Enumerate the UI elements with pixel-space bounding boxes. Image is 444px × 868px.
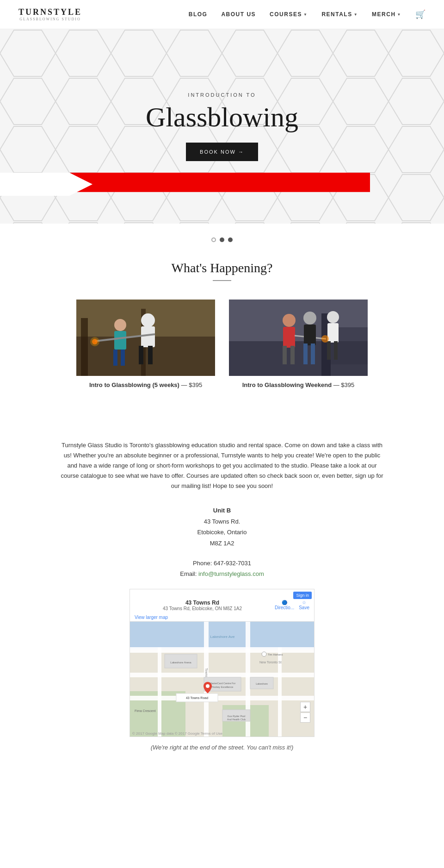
nav-courses[interactable]: COURSES ▼ (270, 11, 308, 18)
svg-point-37 (321, 335, 329, 343)
slider-dot-1[interactable] (211, 237, 216, 242)
svg-point-19 (90, 337, 99, 346)
map-container[interactable]: 43 Towns Rd 43 Towns Rd, Etobicoke, ON M… (130, 589, 314, 737)
svg-rect-34 (327, 323, 339, 343)
svg-text:Lakeshore Arena: Lakeshore Arena (170, 661, 191, 664)
svg-text:Hockey Excellence: Hockey Excellence (212, 686, 233, 688)
section-divider (213, 280, 231, 281)
address-block: Unit B 43 Towns Rd. Etobicoke, Ontario M… (60, 505, 384, 549)
svg-point-66 (206, 684, 210, 688)
svg-text:And Health Club: And Health Club (227, 718, 246, 721)
map-address-text: 43 Towns Rd 43 Towns Rd, Etobicoke, ON M… (135, 599, 270, 611)
sign-in-button[interactable]: Sign in (293, 592, 312, 599)
svg-text:Gus Ryder Pool: Gus Ryder Pool (228, 715, 246, 718)
svg-rect-45 (130, 673, 314, 677)
about-description: Turnstyle Glass Studio is Toronto's glas… (60, 440, 384, 491)
nav-links: BLOG ABOUT US COURSES ▼ RENTALS ▼ MERCH … (189, 9, 426, 19)
zoom-out-button[interactable]: − (300, 712, 310, 723)
nav-merch[interactable]: MERCH ▼ (372, 11, 401, 18)
map-copyright: © 2017 Google Map data © 2017 Google Ter… (132, 731, 222, 736)
directions-button[interactable]: 🔵 Directio... (275, 600, 294, 610)
svg-rect-32 (311, 343, 315, 364)
svg-rect-31 (303, 343, 308, 364)
course-info-weekend: Intro to Glassblowing Weekend — $395 (229, 376, 368, 394)
svg-marker-2 (69, 173, 370, 192)
course-card-5weeks[interactable]: Intro to Glassblowing (5 weeks) — $395 (76, 300, 215, 394)
slider-dot-3[interactable] (228, 237, 233, 242)
svg-text:Tim Hortons: Tim Hortons (268, 653, 283, 656)
svg-rect-14 (114, 331, 126, 350)
course-image-weekend (229, 300, 368, 376)
svg-point-9 (141, 313, 155, 327)
svg-point-13 (114, 319, 126, 331)
svg-text:Lakeshore Ave: Lakeshore Ave (210, 635, 235, 639)
course-info-5weeks: Intro to Glassblowing (5 weeks) — $395 (76, 376, 215, 394)
hero-content: INTRODUCTION TO Glassblowing BOOK NOW → (146, 92, 298, 161)
section-title: What's Happening? (28, 261, 416, 275)
zoom-in-button[interactable]: + (300, 702, 310, 712)
view-larger-map[interactable]: View larger map (135, 615, 168, 620)
nav-blog[interactable]: BLOG (189, 11, 208, 18)
logo[interactable]: TURNSTYLE GLASSBLOWING STUDIO (18, 7, 82, 21)
map-actions: 🔵 Directio... ☆ Save (275, 600, 309, 610)
svg-rect-12 (148, 346, 153, 364)
svg-rect-11 (139, 346, 143, 364)
email-link[interactable]: info@turnstyleglass.com (198, 570, 264, 577)
svg-point-63 (262, 652, 266, 656)
map-place-name: 43 Towns Rd (135, 599, 270, 606)
slider-dots (0, 224, 444, 251)
svg-text:Lakeshore: Lakeshore (256, 682, 268, 685)
courses-grid: Intro to Glassblowing (5 weeks) — $395 (28, 300, 416, 394)
cart-icon[interactable]: 🛒 (415, 9, 426, 19)
course-card-weekend[interactable]: Intro to Glassblowing Weekend — $395 (229, 300, 368, 394)
svg-rect-7 (81, 318, 88, 376)
svg-point-29 (303, 312, 316, 325)
map-place-addr: 43 Towns Rd, Etobicoke, ON M8Z 1A2 (135, 606, 270, 611)
hero-intro: INTRODUCTION TO (146, 92, 298, 98)
svg-text:New Toronto St: New Toronto St (259, 661, 282, 664)
svg-rect-42 (130, 647, 314, 653)
address-city: Etobicoke, Ontario (60, 527, 384, 537)
svg-rect-15 (113, 350, 117, 366)
about-section: Turnstyle Glass Studio is Toronto's glas… (0, 422, 444, 788)
nav-rentals[interactable]: RENTALS ▼ (321, 11, 358, 18)
nav-about[interactable]: ABOUT US (221, 11, 256, 18)
hero-section: INTRODUCTION TO Glassblowing BOOK NOW → (0, 29, 444, 224)
svg-text:43 Towns Road: 43 Towns Road (186, 696, 208, 699)
map-placeholder: 43 Towns Rd 43 Towns Rd, Etobicoke, ON M… (130, 589, 314, 737)
svg-rect-30 (304, 325, 316, 345)
phone-label: Phone: (193, 560, 212, 567)
svg-rect-16 (121, 350, 125, 366)
course-image-5weeks (76, 300, 215, 376)
phone-number: 647-932-7031 (214, 560, 251, 567)
svg-rect-47 (158, 647, 161, 737)
book-now-button[interactable]: BOOK NOW → (186, 143, 258, 161)
svg-point-24 (283, 314, 296, 327)
svg-rect-36 (334, 341, 338, 360)
rentals-dropdown-arrow: ▼ (354, 12, 358, 17)
logo-name: TURNSTYLE (18, 7, 82, 17)
logo-subtitle: GLASSBLOWING STUDIO (19, 17, 80, 21)
email-label: Email: (180, 570, 197, 577)
happening-section: What's Happening? (0, 251, 444, 422)
map-zoom-controls[interactable]: + − (300, 702, 310, 723)
svg-rect-35 (327, 341, 331, 360)
map-body: Lakeshore Ave Towns Rd New Toronto St Fi… (130, 622, 314, 737)
save-button[interactable]: ☆ Save (299, 600, 309, 610)
phone-line: Phone: 647-932-7031 (60, 558, 384, 568)
slider-dot-2[interactable] (220, 237, 224, 242)
svg-rect-46 (130, 696, 314, 700)
svg-text:Fima Crescent: Fima Crescent (135, 709, 156, 712)
address-unit: Unit B (60, 505, 384, 516)
hero-title: Glassblowing (146, 101, 298, 133)
navbar: TURNSTYLE GLASSBLOWING STUDIO BLOG ABOUT… (0, 0, 444, 29)
address-street: 43 Towns Rd. (60, 516, 384, 527)
svg-rect-10 (141, 326, 155, 347)
svg-rect-25 (283, 327, 295, 348)
email-line: Email: info@turnstyleglass.com (60, 568, 384, 579)
svg-point-33 (327, 311, 339, 323)
red-banner (0, 173, 370, 196)
map-caption: (We're right at the end of the street. Y… (60, 744, 384, 769)
svg-text:MasterCard Centre For: MasterCard Centre For (210, 682, 236, 685)
svg-rect-26 (283, 346, 287, 364)
